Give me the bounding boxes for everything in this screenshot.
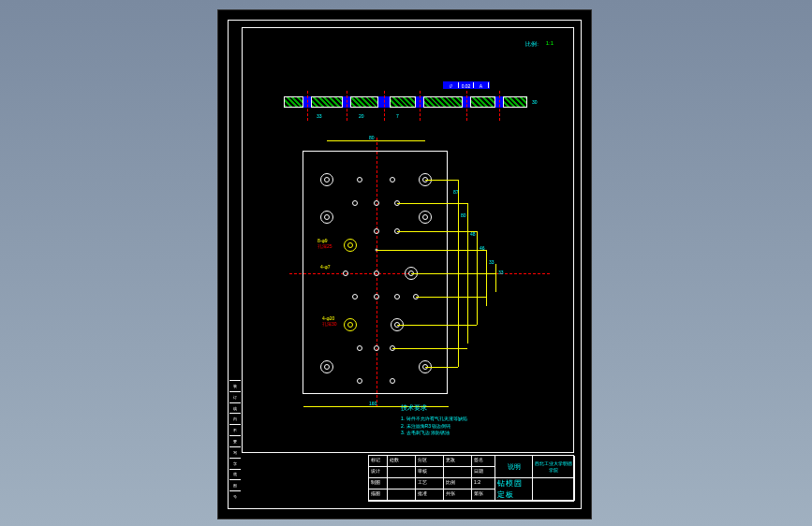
hole-small: [374, 200, 379, 206]
dim-width: 160: [369, 401, 376, 406]
ratio-value: 1:1: [546, 40, 554, 46]
tb-cell: 签名: [472, 456, 495, 467]
hole-small: [374, 228, 379, 234]
notes-line: 1. 铸件不允许有气孔夹渣等缺陷: [401, 416, 551, 423]
dim: 7: [396, 113, 399, 119]
binding-marks: 装 订 线 内 不 要 写 字 底 图 号: [229, 380, 241, 502]
dimline: [376, 250, 486, 251]
tb-cell: 共张: [444, 489, 472, 501]
tb-cell: 日期: [472, 467, 495, 478]
mark: 底: [229, 469, 241, 480]
leader: 4-φ20 孔深30: [322, 315, 334, 321]
tech-notes: 技术要求 1. 铸件不允许有气孔夹渣等缺陷 2. 未注圆角R3 锐边倒钝 3. …: [401, 403, 551, 437]
mark: 内: [229, 413, 241, 424]
drawing-sheet: 比例: 1:1 // 0.02 A 33 20 7 30: [217, 9, 592, 519]
tb-cell: 描图: [369, 489, 388, 501]
tb-cell: 标记: [369, 456, 388, 467]
dim-text: 46: [480, 245, 485, 251]
centerline: [347, 91, 347, 121]
dimline: [397, 325, 477, 326]
notes-title: 技术要求: [401, 403, 551, 413]
notes-line: 3. 去毛刺飞边 涂防锈油: [401, 430, 551, 437]
dimline: [327, 140, 425, 141]
centerline: [466, 91, 467, 121]
centerline: [499, 91, 500, 121]
hole-large: [320, 211, 333, 224]
hole-small: [374, 345, 379, 351]
tb-cell: [388, 467, 416, 478]
dim-text: 33: [489, 259, 495, 265]
tb-cell: 比例: [444, 478, 472, 489]
leader-text: 4-φ7: [320, 264, 330, 270]
dim-text: 33: [498, 270, 504, 275]
hole-small: [357, 345, 362, 351]
hole-small: [357, 177, 362, 183]
mark: 装: [229, 380, 241, 391]
dim-thickness: 30: [532, 99, 538, 105]
tolerance-value: 0.02: [459, 82, 474, 88]
dim: 20: [359, 113, 364, 119]
dim-text: 48: [470, 231, 476, 237]
tb-cell: 工艺: [416, 478, 444, 489]
hole-small: [352, 200, 358, 206]
centerline: [420, 91, 421, 121]
hole-large: [320, 360, 333, 373]
tb-cell: 制图: [369, 478, 388, 489]
hole-large-y: [344, 239, 357, 252]
dimline: [411, 273, 495, 274]
section-body: [284, 96, 527, 108]
dimline: [486, 250, 487, 306]
mark: 字: [229, 458, 241, 469]
dimline: [397, 203, 467, 204]
mark: 线: [229, 402, 241, 414]
tb-cell: 更改: [444, 456, 472, 467]
mark: 写: [229, 446, 241, 458]
tb-cell: [388, 489, 416, 501]
tb-cell: 1:2: [472, 478, 495, 489]
tb-cell: 审核: [416, 467, 444, 478]
tolerance-frame: // 0.02 A: [443, 81, 490, 89]
leader-sub: 孔深30: [322, 321, 337, 327]
tb-blank: [533, 478, 575, 501]
dim-text: 80: [369, 135, 375, 140]
dimline: [425, 180, 458, 181]
mark: 订: [229, 391, 241, 402]
tolerance-datum: A: [474, 82, 489, 88]
dimline: [495, 264, 496, 292]
notes-line: 2. 未注圆角R3 锐边倒钝: [401, 423, 551, 431]
hole-small: [343, 270, 348, 276]
tb-cell: 处数: [388, 456, 416, 467]
hole-small: [394, 294, 400, 300]
tb-cell: 设计: [369, 467, 388, 478]
dimline: [425, 367, 458, 368]
plan-view: 8-φ9 孔深25 4-φ7 4-φ20 孔深30 33 33 46 48 80…: [303, 151, 448, 394]
hole-small: [390, 378, 395, 384]
tb-cell: 第张: [472, 489, 495, 501]
dim-text: 87: [453, 189, 459, 195]
dimline: [477, 231, 478, 325]
dimline: [416, 297, 486, 298]
tb-cell: [388, 478, 416, 489]
centerline: [384, 91, 385, 121]
mark: 要: [229, 435, 241, 446]
tolerance-symbol: //: [444, 82, 459, 88]
ratio-label: 比例:: [525, 40, 539, 49]
tb-cell: 批准: [416, 489, 444, 501]
tb-cell: 分区: [416, 456, 444, 467]
title-block: 标记 处数 分区 更改 签名 说明 西北工业大学明德学院 设计 审核 日期 制图…: [368, 455, 574, 502]
hole-large: [320, 173, 333, 186]
centerline: [307, 91, 308, 121]
hole-small: [357, 378, 362, 384]
leader: 8-φ9 孔深25: [317, 238, 327, 243]
tb-institution: 西北工业大学明德学院: [533, 456, 575, 478]
hole-small: [374, 294, 379, 300]
tb-label: 说明: [495, 456, 533, 478]
tb-cell: [444, 467, 472, 478]
tb-partname: 钻模固定板: [495, 478, 533, 501]
hole-small: [352, 294, 358, 300]
dim: 33: [317, 113, 322, 119]
dim-text: 80: [461, 212, 466, 218]
hole-large: [419, 211, 432, 224]
leader-sub: 孔深25: [317, 243, 332, 249]
mark: 不: [229, 424, 241, 435]
